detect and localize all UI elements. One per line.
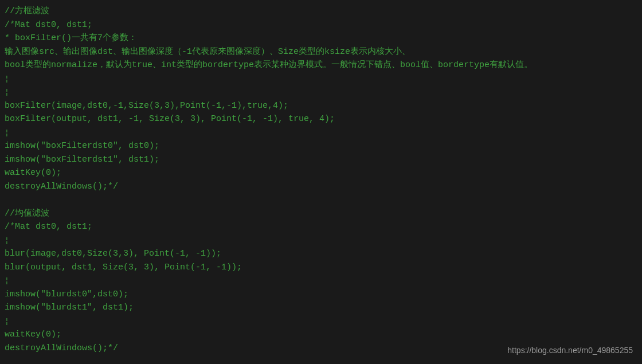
code-line[interactable]: ¦ — [5, 72, 637, 86]
code-line[interactable]: boxFilter(output, dst1, -1, Size(3, 3), … — [5, 112, 637, 126]
code-line[interactable]: ¦ — [5, 126, 637, 140]
code-line[interactable]: waitKey(0); — [5, 166, 637, 180]
watermark: https://blog.csdn.net/m0_49865255 — [507, 344, 633, 358]
code-line[interactable]: imshow("boxFilterdst0", dst0); — [5, 139, 637, 153]
code-line[interactable]: imshow("boxFilterdst1", dst1); — [5, 153, 637, 167]
code-line[interactable]: blur(image,dst0,Size(3,3), Point(-1, -1)… — [5, 247, 637, 261]
code-line[interactable]: /*Mat dst0, dst1; — [5, 220, 637, 234]
code-line[interactable]: * boxFilter()一共有7个参数： — [5, 32, 637, 45]
code-line[interactable]: //方框滤波 — [5, 5, 637, 18]
code-line[interactable]: //均值滤波 — [5, 207, 637, 221]
code-line[interactable] — [5, 193, 637, 207]
code-line[interactable]: waitKey(0); — [5, 328, 637, 342]
code-line[interactable]: boxFilter(image,dst0,-1,Size(3,3),Point(… — [5, 99, 637, 113]
code-line[interactable]: ¦ — [5, 274, 637, 288]
code-line[interactable]: 输入图像src、输出图像dst、输出图像深度（-1代表原来图像深度）、Size类… — [5, 45, 637, 59]
code-line[interactable]: ¦ — [5, 234, 637, 248]
code-line[interactable]: imshow("blurdst1", dst1); — [5, 301, 637, 315]
code-line[interactable]: bool类型的normalize，默认为true、int类型的bordertyp… — [5, 58, 637, 72]
code-line[interactable]: ¦ — [5, 85, 637, 99]
code-line[interactable]: blur(output, dst1, Size(3, 3), Point(-1,… — [5, 261, 637, 275]
code-line[interactable]: imshow("blurdst0",dst0); — [5, 288, 637, 302]
code-line[interactable]: /*Mat dst0, dst1; — [5, 18, 637, 32]
code-line[interactable]: destroyAllWindows();*/ — [5, 180, 637, 194]
code-editor[interactable]: //方框滤波 /*Mat dst0, dst1; * boxFilter()一共… — [5, 5, 637, 355]
code-line[interactable]: ¦ — [5, 315, 637, 328]
